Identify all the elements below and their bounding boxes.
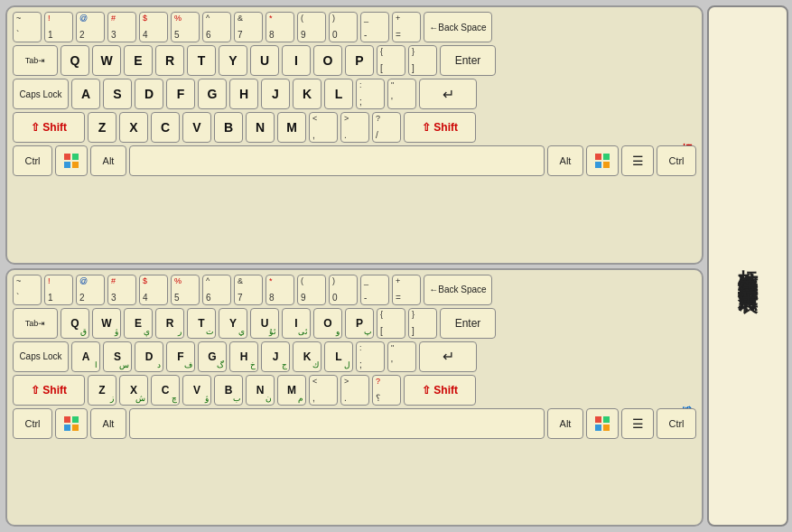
key-s[interactable]: S: [103, 79, 132, 109]
uy-key-6[interactable]: ^6: [202, 275, 231, 305]
uy-menu-key[interactable]: ☰: [621, 408, 654, 439]
uy-key-4[interactable]: $4: [139, 275, 168, 305]
tab-key[interactable]: Tab⇥: [13, 45, 58, 76]
uy-win-right-key[interactable]: [586, 408, 619, 439]
uy-key-i[interactable]: I ئى: [282, 308, 311, 339]
uy-key-k[interactable]: K ك: [293, 341, 321, 372]
key-a[interactable]: A: [71, 79, 100, 109]
key-6[interactable]: ^6: [202, 12, 231, 42]
key-9[interactable]: (9: [297, 12, 326, 42]
uy-key-o[interactable]: O و: [313, 308, 342, 339]
uy-shift-left-key[interactable]: ⇧ Shift: [13, 375, 85, 406]
uy-key-b[interactable]: B ب: [214, 375, 243, 406]
key-lbracket[interactable]: {[: [377, 45, 405, 76]
uy-key-semicolon[interactable]: :;: [356, 341, 385, 372]
uy-key-r[interactable]: R ر: [155, 308, 184, 339]
uy-key-comma[interactable]: <,: [309, 375, 338, 406]
enter-key[interactable]: Enter: [440, 45, 496, 76]
uy-key-j[interactable]: J ج: [261, 341, 290, 372]
key-1[interactable]: !1: [44, 12, 73, 42]
uy-key-u[interactable]: U ئۇ: [250, 308, 279, 339]
uy-alt-right-key[interactable]: Alt: [547, 408, 583, 439]
uy-key-0[interactable]: )0: [329, 275, 358, 305]
menu-key[interactable]: ☰: [621, 145, 654, 176]
key-w[interactable]: W: [92, 45, 121, 76]
key-period[interactable]: >.: [340, 112, 369, 143]
key-u[interactable]: U: [250, 45, 279, 76]
win-right-key[interactable]: [586, 145, 619, 176]
uy-key-s[interactable]: S س: [103, 341, 132, 372]
key-l[interactable]: L: [324, 79, 353, 109]
uy-key-q[interactable]: Q ق: [61, 308, 89, 339]
uy-key-x[interactable]: X ش: [119, 375, 148, 406]
uy-key-t[interactable]: T ت: [187, 308, 216, 339]
uy-shift-right-key[interactable]: ⇧ Shift: [404, 375, 476, 406]
win-left-key[interactable]: [55, 145, 88, 176]
uy-key-equals[interactable]: +=: [392, 275, 421, 305]
uy-ctrl-left-key[interactable]: Ctrl: [13, 408, 52, 439]
shift-right-key[interactable]: ⇧ Shift: [404, 112, 476, 143]
key-o[interactable]: O: [313, 45, 342, 76]
uy-key-tilde[interactable]: ~`: [13, 275, 42, 305]
key-k[interactable]: K: [293, 79, 321, 109]
uy-key-a[interactable]: A ا: [71, 341, 100, 372]
uy-capslock-key[interactable]: Caps Lock: [13, 341, 69, 372]
key-7[interactable]: &7: [234, 12, 263, 42]
uy-win-left-key[interactable]: [55, 408, 88, 439]
key-p[interactable]: P: [345, 45, 374, 76]
key-slash[interactable]: ?/: [372, 112, 401, 143]
key-i[interactable]: I: [282, 45, 311, 76]
ctrl-left-key[interactable]: Ctrl: [13, 145, 52, 176]
uy-ctrl-right-key[interactable]: Ctrl: [657, 408, 696, 439]
key-m[interactable]: M: [277, 112, 306, 143]
uy-key-8[interactable]: *8: [266, 275, 294, 305]
key-tilde[interactable]: ~`: [13, 12, 42, 42]
uy-key-rbracket[interactable]: }]: [408, 308, 437, 339]
key-4[interactable]: $4: [139, 12, 168, 42]
uy-enter-key-2[interactable]: ↵: [419, 341, 477, 372]
capslock-key[interactable]: Caps Lock: [13, 79, 69, 109]
key-equals[interactable]: +=: [392, 12, 421, 42]
uy-key-quote[interactable]: "': [387, 341, 416, 372]
key-quote[interactable]: "': [387, 79, 416, 109]
key-c[interactable]: C: [151, 112, 180, 143]
uy-key-2[interactable]: @2: [76, 275, 105, 305]
key-d[interactable]: D: [135, 79, 163, 109]
key-comma[interactable]: <,: [309, 112, 338, 143]
uy-key-l[interactable]: L ل: [324, 341, 353, 372]
key-5[interactable]: %5: [171, 12, 200, 42]
uy-key-e[interactable]: E ې: [124, 308, 153, 339]
key-3[interactable]: #3: [107, 12, 136, 42]
key-g[interactable]: G: [198, 79, 227, 109]
uy-key-v[interactable]: V ۋ: [182, 375, 211, 406]
alt-right-key[interactable]: Alt: [547, 145, 583, 176]
uy-key-n[interactable]: N ن: [246, 375, 275, 406]
uy-key-3[interactable]: #3: [107, 275, 136, 305]
uy-key-5[interactable]: %5: [171, 275, 200, 305]
uy-key-lbracket[interactable]: {[: [377, 308, 405, 339]
key-2[interactable]: @2: [76, 12, 105, 42]
uy-key-period[interactable]: >.: [340, 375, 369, 406]
alt-left-key[interactable]: Alt: [90, 145, 126, 176]
key-f[interactable]: F: [166, 79, 195, 109]
key-e[interactable]: E: [124, 45, 153, 76]
key-h[interactable]: H: [229, 79, 258, 109]
key-semicolon[interactable]: :;: [356, 79, 385, 109]
uy-key-y[interactable]: Y ي: [219, 308, 247, 339]
uy-key-w[interactable]: W ۋ: [92, 308, 121, 339]
key-r[interactable]: R: [155, 45, 184, 76]
uy-key-h[interactable]: H خ: [229, 341, 258, 372]
key-q[interactable]: Q: [61, 45, 89, 76]
key-b[interactable]: B: [214, 112, 243, 143]
uy-key-slash[interactable]: ?؟: [372, 375, 401, 406]
uy-enter-key[interactable]: Enter: [440, 308, 496, 339]
uy-key-9[interactable]: (9: [297, 275, 326, 305]
key-x[interactable]: X: [119, 112, 148, 143]
uy-key-g[interactable]: G گ: [198, 341, 227, 372]
uy-key-p[interactable]: P پ: [345, 308, 374, 339]
uy-tab-key[interactable]: Tab⇥: [13, 308, 58, 339]
uy-backspace-key[interactable]: ←Back Space: [424, 275, 492, 305]
key-t[interactable]: T: [187, 45, 216, 76]
backspace-key[interactable]: ←Back Space: [424, 12, 492, 42]
key-0[interactable]: )0: [329, 12, 358, 42]
